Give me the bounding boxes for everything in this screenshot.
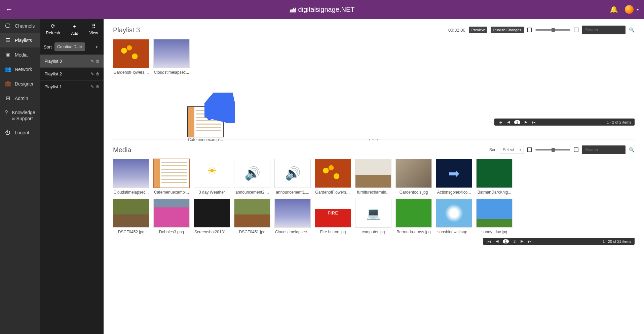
avatar-caret-icon[interactable]: ▾ — [637, 8, 639, 11]
media-tile[interactable]: Cloudstimelapsec... — [274, 199, 311, 234]
playlists-panel: ⟳Refresh ＋Add ⠿View Sort Creation Date P… — [40, 19, 104, 334]
media-layout-toggle-2-icon[interactable] — [574, 147, 578, 152]
layout-toggle-1-icon[interactable] — [527, 28, 532, 32]
pager-page-2[interactable]: 2 — [512, 239, 517, 243]
playlist-title: Playlist 3 — [113, 26, 140, 34]
media-tile[interactable]: computer.jpg — [355, 199, 391, 234]
thumbnail — [153, 39, 190, 68]
brand[interactable]: digitalsignage.NET — [290, 6, 355, 13]
nav-logout[interactable]: ⏻Logout — [0, 126, 40, 140]
layout-toggle-2-icon[interactable] — [574, 28, 578, 32]
delete-icon[interactable]: 🗑 — [96, 85, 100, 89]
publish-button[interactable]: Publish Changes — [491, 27, 524, 33]
refresh-button[interactable]: ⟳Refresh — [46, 23, 60, 36]
media-search-input[interactable] — [582, 145, 626, 154]
nav-designer[interactable]: 💼Designer — [0, 76, 40, 91]
playlist-section: Playlist 3 00:32:00 Preview Publish Chan… — [104, 19, 644, 75]
nav-admin[interactable]: ⊞Admin — [0, 91, 40, 105]
thumbnail — [234, 159, 270, 188]
thumbnail — [395, 199, 432, 228]
playlist-row-3[interactable]: Playlist 3 ✎🗑 — [40, 55, 104, 68]
media-tile[interactable]: Bermuda-grass.jpg — [395, 199, 432, 234]
media-tile[interactable]: GardenofFlowers.... — [315, 159, 351, 195]
thumbnail — [315, 199, 351, 228]
media-title: Media — [113, 146, 131, 154]
tile-label: Cafemenuexampl... — [153, 190, 190, 195]
delete-icon[interactable]: 🗑 — [96, 59, 100, 63]
media-sort-select[interactable]: Select — [500, 146, 524, 154]
playlist-search-input[interactable] — [582, 26, 626, 34]
pager-first-icon[interactable]: ⏮ — [498, 120, 503, 124]
back-arrow-icon[interactable]: ← — [5, 5, 13, 14]
thumbnail — [194, 199, 230, 228]
media-sort-label: Sort: — [489, 147, 498, 152]
edit-icon[interactable]: ✎ — [91, 59, 94, 63]
pager-first-icon[interactable]: ⏮ — [486, 239, 492, 243]
pager-next-icon[interactable]: ▶ — [520, 239, 524, 243]
thumbnail — [113, 199, 149, 228]
sort-label: Sort — [44, 44, 52, 49]
playlist-row-2[interactable]: Playlist 2 ✎🗑 — [40, 68, 104, 80]
media-tile[interactable]: GardenofFlowers.... — [113, 39, 149, 75]
zoom-slider[interactable] — [535, 29, 570, 31]
tile-label: announcement1.... — [274, 190, 311, 195]
media-tile[interactable]: Actionsgonextico... — [436, 159, 472, 195]
pager-page-1[interactable]: 1 — [503, 239, 509, 243]
left-nav: 🖵Channels ☰Playlists ▣Media 👥Network 💼De… — [0, 19, 40, 334]
pager-page[interactable]: 1 — [514, 120, 520, 124]
thumbnail — [274, 199, 311, 228]
sort-select[interactable]: Creation Date — [54, 42, 85, 51]
preview-button[interactable]: Preview — [469, 27, 487, 33]
pager-next-icon[interactable]: ▶ — [524, 120, 528, 124]
users-icon: 👥 — [5, 66, 11, 72]
nav-playlists[interactable]: ☰Playlists — [0, 33, 40, 47]
media-tile[interactable]: sunshinewallpap... — [436, 199, 472, 234]
add-button[interactable]: ＋Add — [71, 23, 78, 36]
pager-prev-icon[interactable]: ◀ — [495, 239, 499, 243]
playlist-row-1[interactable]: Playlist 1 ✎🗑 — [40, 80, 104, 93]
media-zoom-slider[interactable] — [535, 149, 570, 151]
media-tile[interactable]: Gardentools.jpg — [395, 159, 432, 195]
media-tile[interactable]: Dobbies3.png — [153, 199, 190, 234]
media-tile[interactable]: DSCF0452.jpg — [113, 199, 149, 234]
nav-channels[interactable]: 🖵Channels — [0, 19, 40, 33]
edit-icon[interactable]: ✎ — [91, 72, 94, 76]
resize-grip-icon[interactable]: ▴ ━ ▾ — [369, 137, 379, 141]
question-icon: ? — [5, 109, 8, 116]
nav-knowledge-support-label: Knowledge & Support — [12, 109, 36, 122]
pager-last-icon[interactable]: ⏭ — [531, 120, 537, 124]
delete-icon[interactable]: 🗑 — [96, 72, 100, 76]
media-tile[interactable]: Fire button.jpg — [315, 199, 351, 234]
nav-media[interactable]: ▣Media — [0, 47, 40, 62]
media-tile[interactable]: furniturecharmin... — [355, 159, 391, 195]
media-tile[interactable]: Cloudstimelapsec... — [113, 159, 149, 195]
tile-label: announcement2.... — [234, 190, 270, 195]
tile-label: GardenofFlowers.... — [113, 70, 149, 75]
refresh-icon: ⟳ — [46, 23, 60, 29]
pager-prev-icon[interactable]: ◀ — [506, 120, 511, 124]
nav-network[interactable]: 👥Network — [0, 62, 40, 76]
media-tile[interactable]: announcement2.... — [234, 159, 270, 195]
edit-icon[interactable]: ✎ — [91, 85, 94, 89]
playlists-actions: ⟳Refresh ＋Add ⠿View — [40, 19, 104, 39]
search-icon[interactable]: 🔍 — [629, 147, 635, 153]
media-sort-select-wrap[interactable]: Select — [500, 146, 524, 154]
media-tile[interactable]: Screenshot20131... — [194, 199, 230, 234]
media-tile[interactable]: 3 day Weather — [194, 159, 230, 195]
media-tile[interactable]: sunny_day.jpg — [476, 199, 513, 234]
pager-info: 1 - 20 of 21 items — [535, 239, 631, 243]
media-tile[interactable]: Cafemenuexampl... — [153, 159, 190, 195]
pager-info: 1 - 2 of 2 items — [539, 120, 631, 124]
pager-last-icon[interactable]: ⏭ — [527, 239, 533, 243]
media-tile[interactable]: Cloudstimelapsec... — [153, 39, 190, 75]
media-layout-toggle-1-icon[interactable] — [527, 147, 532, 152]
media-tile[interactable]: announcement1.... — [274, 159, 311, 195]
notifications-icon[interactable]: 🔔 — [610, 5, 618, 13]
view-button[interactable]: ⠿View — [89, 23, 98, 36]
sort-select-wrap[interactable]: Creation Date — [54, 42, 100, 51]
nav-knowledge-support[interactable]: ?Knowledge & Support — [0, 105, 40, 126]
avatar[interactable] — [625, 5, 634, 14]
search-icon[interactable]: 🔍 — [629, 27, 635, 33]
media-tile[interactable]: BatmanDarkKnig... — [476, 159, 513, 195]
media-tile[interactable]: DSCF0451.jpg — [234, 199, 270, 234]
